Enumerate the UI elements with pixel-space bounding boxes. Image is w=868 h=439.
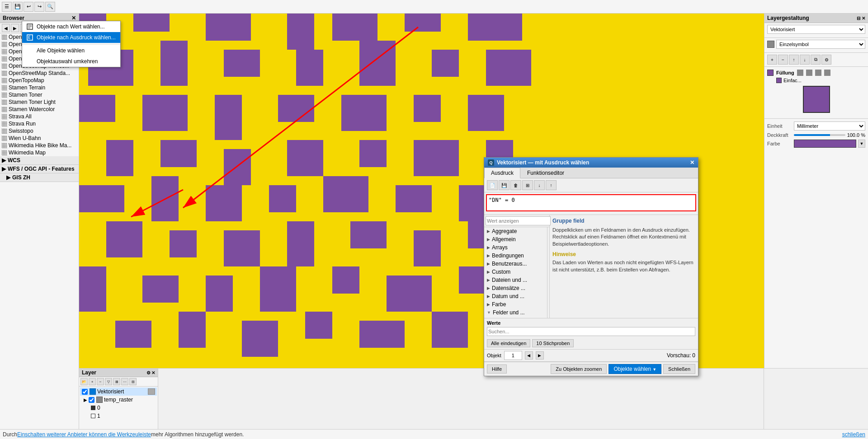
browser-item-otm[interactable]: OpenTopoMap bbox=[0, 77, 79, 84]
func-item-dateien[interactable]: ▶Dateien und ... bbox=[484, 276, 547, 284]
dialog-footer: Hilfe Zu Objekten zoomen Objekte wählen … bbox=[484, 362, 698, 376]
layer-checkbox-vektorisiert[interactable] bbox=[82, 389, 88, 395]
browser-section-gis[interactable]: ▶ GIS ZH bbox=[0, 173, 79, 182]
func-item-custom[interactable]: ▶Custom bbox=[484, 268, 547, 276]
browser-item-strava-run[interactable]: Strava Run bbox=[0, 120, 79, 127]
svg-rect-47 bbox=[260, 266, 296, 312]
duplicate-icon[interactable]: ⧉ bbox=[811, 55, 821, 65]
func-item-null[interactable]: NULL bbox=[484, 317, 547, 318]
remove-layer-icon[interactable]: − bbox=[778, 55, 788, 65]
browser-title: Browser bbox=[3, 15, 24, 21]
context-menu-item-select-all[interactable]: Alle Objekte wählen bbox=[22, 45, 120, 56]
context-menu: Objekte nach Wert wählen... ε Objekte na… bbox=[22, 21, 121, 67]
dialog-tb-btn4[interactable]: ⊞ bbox=[522, 180, 533, 190]
func-item-allgemein[interactable]: ▶Allgemein bbox=[484, 235, 547, 243]
func-item-farbe[interactable]: ▶Farbe bbox=[484, 300, 547, 308]
func-item-arrays[interactable]: ▶Arrays bbox=[484, 243, 547, 252]
layer-remove-btn[interactable]: − bbox=[97, 378, 104, 385]
color-swatch[interactable] bbox=[794, 140, 856, 148]
dialog-tab-funktionseditor[interactable]: Funktionseditor bbox=[520, 168, 571, 178]
objekt-prev-btn[interactable]: ◀ bbox=[525, 351, 533, 360]
search-btn[interactable]: 🔍 bbox=[45, 2, 55, 12]
zoom-btn[interactable]: Zu Objekten zoomen bbox=[551, 364, 607, 374]
status-link-1[interactable]: Einschalten weiterer Anbieter können die… bbox=[17, 431, 151, 438]
werte-search-input[interactable] bbox=[487, 327, 695, 336]
browser-item-wien[interactable]: Wien U-Bahn bbox=[0, 135, 79, 142]
move-fill-down-icon[interactable] bbox=[824, 70, 830, 76]
dialog-search-input[interactable] bbox=[486, 216, 551, 225]
dialog-close-icon[interactable]: ✕ bbox=[690, 159, 694, 166]
func-item-aggregate[interactable]: ▶Aggregate bbox=[484, 227, 547, 235]
browser-item-wikimedia-hike[interactable]: Wikimedia Hike Bike Ma... bbox=[0, 142, 79, 149]
unit-select[interactable]: Millimeter bbox=[794, 121, 865, 131]
layer-more-btn[interactable]: ⋯ bbox=[121, 378, 128, 385]
layer-panel-settings-icon[interactable]: ⚙ bbox=[146, 370, 151, 375]
color-dropdown-icon[interactable]: ▼ bbox=[858, 140, 865, 148]
add-fill-icon[interactable] bbox=[797, 70, 803, 76]
layer-filter-btn[interactable]: ▽ bbox=[105, 378, 112, 385]
layer-open-btn[interactable]: 📂 bbox=[80, 378, 88, 385]
style-type-select[interactable]: Vektorisiert bbox=[767, 25, 865, 34]
alle-eindeutigen-btn[interactable]: Alle eindeutigen bbox=[487, 339, 530, 347]
dialog-tb-save-btn[interactable]: 💾 bbox=[499, 180, 509, 190]
browser-section-wfs[interactable]: ▶ WFS / OGC API - Features bbox=[0, 165, 79, 173]
expr-input[interactable]: "DN" = 0 bbox=[486, 194, 696, 211]
dialog-tb-export-btn[interactable]: ↑ bbox=[546, 180, 557, 190]
right-panel-close-icon[interactable]: ✕ bbox=[862, 16, 865, 21]
dialog-tb-new-btn[interactable]: 📄 bbox=[487, 180, 498, 190]
svg-rect-56 bbox=[359, 321, 405, 348]
redo-btn[interactable]: ↪ bbox=[34, 2, 44, 12]
func-item-datensaetze[interactable]: ▶Datensätze ... bbox=[484, 284, 547, 292]
browser-item-swisstopo[interactable]: Swisstopo bbox=[0, 127, 79, 135]
layer-checkbox-temp-raster[interactable] bbox=[89, 397, 94, 403]
layer-panel-close-icon[interactable]: ✕ bbox=[151, 370, 155, 375]
move-down-icon[interactable]: ↓ bbox=[800, 55, 810, 65]
move-up-icon[interactable]: ↑ bbox=[789, 55, 799, 65]
waehlen-btn[interactable]: Objekte wählen ▼ bbox=[609, 364, 661, 374]
dialog-tab-ausdruck[interactable]: Ausdruck bbox=[484, 168, 520, 178]
browser-nav-forward[interactable]: ▶ bbox=[11, 24, 19, 32]
context-menu-item-by-expr[interactable]: ε Objekte nach Ausdruck wählen... bbox=[22, 32, 120, 43]
func-item-benutzer[interactable]: ▶Benutzeraus... bbox=[484, 260, 547, 268]
browser-close-icon[interactable]: ✕ bbox=[71, 15, 76, 21]
browser-item-stamen-toner[interactable]: Stamen Toner bbox=[0, 91, 79, 98]
opacity-slider[interactable] bbox=[794, 134, 845, 136]
browser-item-stamen-watercolor[interactable]: Stamen Watercolor bbox=[0, 106, 79, 113]
objekt-input[interactable] bbox=[504, 351, 522, 360]
browser-section-wcs[interactable]: ▶ WCS bbox=[0, 156, 79, 165]
remove-fill-icon[interactable] bbox=[806, 70, 812, 76]
browser-nav-back[interactable]: ◀ bbox=[2, 24, 10, 32]
context-menu-item-invert[interactable]: Objektauswahl umkehren bbox=[22, 56, 120, 67]
stichproben-btn[interactable]: 10 Stichproben bbox=[532, 339, 574, 347]
menu-btn[interactable]: ☰ bbox=[2, 2, 12, 12]
right-panel-undock-icon[interactable]: ⊟ bbox=[857, 16, 860, 21]
layer-add-btn[interactable]: + bbox=[89, 378, 96, 385]
func-item-bedingungen[interactable]: ▶Bedingungen bbox=[484, 252, 547, 260]
layer-group-btn[interactable]: ⊞ bbox=[113, 378, 120, 385]
objekt-next-btn[interactable]: ▶ bbox=[536, 351, 544, 360]
hilfe-btn[interactable]: Hilfe bbox=[487, 364, 507, 374]
func-item-felder[interactable]: ▼Felder und ... bbox=[484, 308, 547, 317]
browser-item-osm-std[interactable]: OpenStreetMap Standa... bbox=[0, 70, 79, 77]
context-menu-item-by-value[interactable]: Objekte nach Wert wählen... bbox=[22, 21, 120, 32]
status-link-close[interactable]: schließen bbox=[842, 431, 865, 438]
move-fill-up-icon[interactable] bbox=[815, 70, 821, 76]
layer-item-temp-raster[interactable]: ▶ temp_raster bbox=[80, 396, 157, 404]
browser-item-stamen-light[interactable]: Stamen Toner Light bbox=[0, 98, 79, 106]
add-layer-icon[interactable]: + bbox=[767, 55, 777, 65]
layer-name-raster: temp_raster bbox=[104, 397, 133, 403]
browser-item-wikimedia[interactable]: Wikimedia Map bbox=[0, 149, 79, 156]
settings-icon[interactable]: ⚙ bbox=[821, 55, 831, 65]
browser-item-stamen-terrain[interactable]: Stamen Terrain bbox=[0, 84, 79, 91]
save-btn[interactable]: 💾 bbox=[13, 2, 23, 12]
layer-item-vektorisiert[interactable]: Vektorisiert bbox=[80, 388, 157, 396]
svg-rect-32 bbox=[269, 185, 296, 212]
symbol-type-select[interactable]: Einzelsymbol bbox=[776, 40, 865, 49]
browser-item-strava-all[interactable]: Strava All bbox=[0, 113, 79, 120]
schliessen-btn[interactable]: Schließen bbox=[663, 364, 695, 374]
dialog-tb-import-btn[interactable]: ↓ bbox=[534, 180, 545, 190]
func-item-datum[interactable]: ▶Datum und ... bbox=[484, 292, 547, 300]
layer-collapse-btn[interactable]: ⊟ bbox=[129, 378, 137, 385]
undo-btn[interactable]: ↩ bbox=[24, 2, 33, 12]
dialog-tb-delete-btn[interactable]: 🗑 bbox=[510, 180, 521, 190]
